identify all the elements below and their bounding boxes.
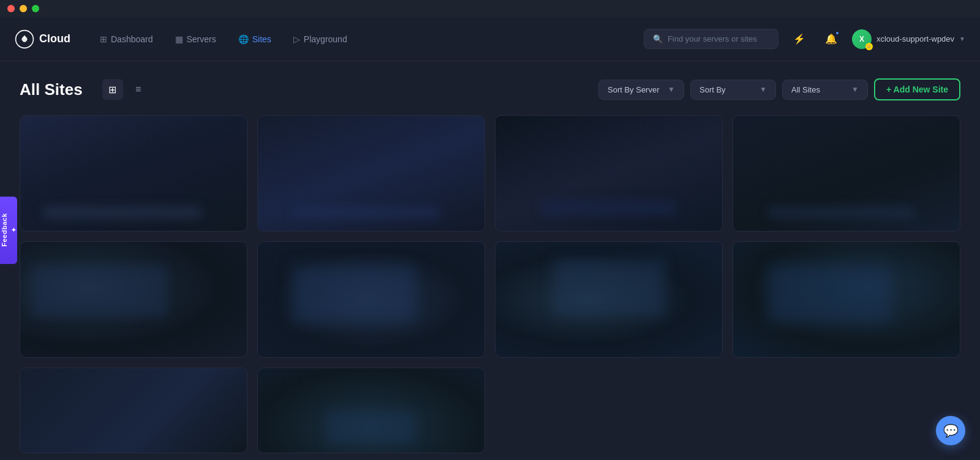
sort-by-dropdown[interactable]: Sort By ▼ — [690, 80, 776, 100]
site-preview — [733, 116, 960, 231]
sort-by-server-label: Sort By Server — [608, 85, 660, 94]
site-blur-decoration — [541, 200, 677, 216]
grid-icon: ⊞ — [108, 84, 116, 96]
list-icon: ≡ — [135, 84, 141, 95]
list-view-button[interactable]: ≡ — [128, 79, 149, 100]
navbar: Cloud ⊞ Dashboard ▦ Servers 🌐 Sites ▷ Pl… — [0, 17, 980, 61]
dashboard-icon: ⊞ — [100, 34, 107, 44]
all-sites-label: All Sites — [791, 85, 820, 94]
logo-text: Cloud — [39, 32, 70, 45]
nav-playground-label: Playground — [304, 34, 347, 44]
close-button[interactable] — [7, 5, 15, 12]
filter-group: Sort By Server ▼ Sort By ▼ All Sites ▼ +… — [598, 78, 960, 100]
site-thumb-decoration — [767, 265, 892, 323]
site-decoration — [326, 410, 417, 444]
feedback-tab[interactable]: ✦ Feedback — [0, 197, 17, 264]
site-card[interactable] — [257, 368, 485, 453]
view-toggle: ⊞ ≡ — [102, 79, 149, 100]
site-preview — [496, 116, 722, 231]
site-thumb-decoration — [552, 259, 666, 317]
chevron-down-icon: ▼ — [959, 36, 965, 42]
site-card[interactable] — [257, 241, 485, 358]
logo[interactable]: Cloud — [15, 29, 70, 49]
user-name: xcloud-support-wpdev — [876, 34, 954, 43]
site-blur-decoration — [43, 206, 202, 219]
nav-servers-label: Servers — [187, 34, 216, 44]
site-card[interactable] — [20, 115, 247, 232]
nav-sites-label: Sites — [252, 34, 271, 44]
avatar-badge: 👑 — [865, 43, 873, 50]
add-new-site-button[interactable]: + Add New Site — [874, 78, 960, 100]
feedback-sparkle-icon: ✦ — [10, 227, 17, 233]
sort-arrow-icon: ▼ — [760, 85, 767, 94]
site-card[interactable] — [20, 368, 247, 453]
nav-items: ⊞ Dashboard ▦ Servers 🌐 Sites ▷ Playgrou… — [90, 29, 644, 49]
notification-badge — [835, 31, 840, 36]
avatar: X 👑 — [852, 29, 872, 49]
nav-dashboard[interactable]: ⊞ Dashboard — [90, 29, 163, 49]
titlebar — [0, 0, 980, 17]
site-card[interactable] — [733, 241, 960, 358]
notification-button[interactable]: 🔔 — [820, 28, 842, 50]
user-menu[interactable]: X 👑 xcloud-support-wpdev ▼ — [852, 29, 965, 49]
site-card[interactable] — [733, 115, 960, 232]
site-blur-decoration — [767, 206, 915, 219]
site-card[interactable] — [257, 115, 485, 232]
site-preview — [20, 116, 247, 231]
nav-sites[interactable]: 🌐 Sites — [228, 29, 281, 49]
toolbar: All Sites ⊞ ≡ Sort By Server ▼ Sort By ▼… — [20, 78, 960, 100]
site-preview — [258, 116, 484, 231]
site-preview — [20, 368, 247, 453]
sort-by-label: Sort By — [699, 85, 726, 94]
site-preview — [258, 368, 484, 453]
servers-icon: ▦ — [175, 34, 183, 44]
activity-icon: ⚡ — [793, 33, 805, 45]
nav-right: 🔍 Find your servers or sites ⚡ 🔔 X 👑 xcl… — [644, 28, 965, 50]
sites-grid — [20, 115, 960, 453]
sort-by-server-dropdown[interactable]: Sort By Server ▼ — [598, 80, 684, 100]
page-title: All Sites — [20, 80, 83, 99]
search-placeholder: Find your servers or sites — [668, 34, 757, 43]
site-preview — [258, 242, 484, 357]
nav-playground[interactable]: ▷ Playground — [284, 29, 357, 49]
search-icon: 🔍 — [653, 34, 663, 43]
minimize-button[interactable] — [20, 5, 27, 12]
nav-dashboard-label: Dashboard — [111, 34, 153, 44]
activity-button[interactable]: ⚡ — [788, 28, 810, 50]
nav-servers[interactable]: ▦ Servers — [165, 29, 226, 49]
site-preview — [496, 242, 722, 357]
add-site-label: + Add New Site — [886, 85, 948, 94]
chat-button[interactable]: 💬 — [936, 416, 965, 445]
site-thumb-decoration — [32, 265, 168, 317]
feedback-label: Feedback — [1, 213, 8, 247]
sort-server-arrow-icon: ▼ — [668, 85, 675, 94]
chat-icon: 💬 — [943, 423, 959, 438]
site-blur-decoration — [292, 206, 440, 219]
site-preview — [20, 242, 247, 357]
main-content: All Sites ⊞ ≡ Sort By Server ▼ Sort By ▼… — [0, 61, 980, 460]
logo-icon — [15, 29, 34, 49]
site-card[interactable] — [495, 115, 723, 232]
all-sites-dropdown[interactable]: All Sites ▼ — [782, 80, 868, 100]
site-thumb-decoration — [292, 265, 417, 323]
grid-view-button[interactable]: ⊞ — [102, 79, 123, 100]
all-sites-arrow-icon: ▼ — [851, 85, 859, 94]
sites-icon: 🌐 — [238, 34, 249, 44]
site-card[interactable] — [20, 241, 247, 358]
search-bar[interactable]: 🔍 Find your servers or sites — [644, 29, 778, 49]
maximize-button[interactable] — [32, 5, 39, 12]
site-preview — [733, 242, 960, 357]
playground-icon: ▷ — [293, 34, 300, 44]
site-card[interactable] — [495, 241, 723, 358]
